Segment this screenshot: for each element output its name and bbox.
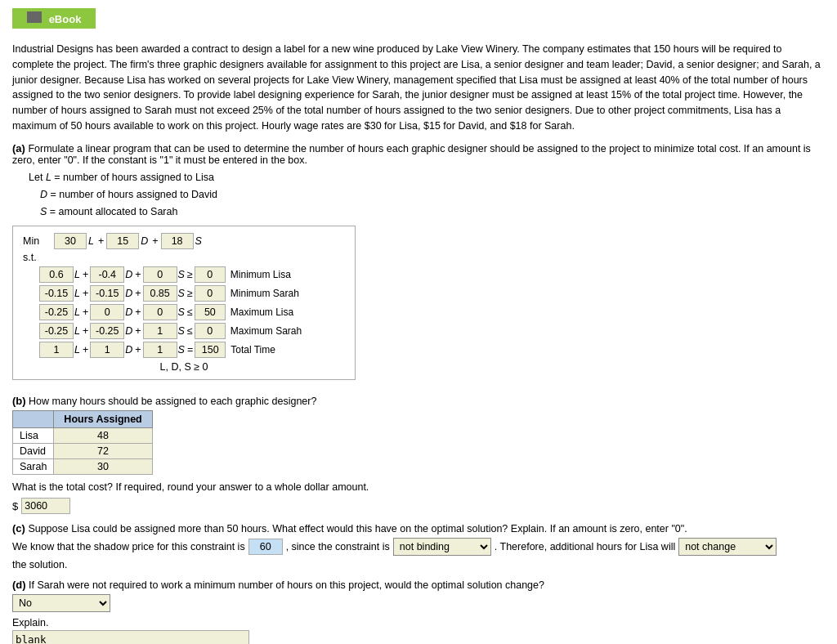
var-d-def: D = number of hours assigned to David (29, 186, 825, 203)
let-label: Let L = number of hours assigned to Lisa (29, 169, 825, 186)
hours-input[interactable] (87, 430, 119, 441)
c3-coef-s[interactable] (143, 304, 177, 320)
table-row: Lisa (13, 428, 153, 444)
constraint-rows: L + D + S ≥ Minimum Lisa L + D + S (39, 266, 345, 358)
c2-coef-l[interactable] (39, 285, 74, 302)
part-a-instruction: (a) Formulate a linear program that can … (12, 142, 825, 166)
hours-assigned-table: Hours Assigned LisaDavidSarah (12, 410, 153, 475)
hours-input[interactable] (87, 461, 119, 472)
c5-rhs[interactable] (195, 342, 226, 358)
c4-coef-l[interactable] (39, 323, 74, 339)
nonneg-constraint: L, D, S ≥ 0 (23, 361, 345, 373)
c1-desc: Minimum Lisa (231, 269, 291, 280)
explain-textarea[interactable]: blank (12, 630, 249, 644)
cost-question-row: What is the total cost? If required, rou… (12, 481, 825, 493)
part-d-question: (d) If Sarah were not required to work a… (12, 579, 825, 591)
constraint-row-3: L + D + S ≤ Maximum Lisa (39, 304, 345, 320)
part-b-section: (b) How many hours should be assigned to… (12, 395, 825, 514)
c2-desc: Minimum Sarah (231, 288, 299, 299)
part-c-text3: . Therefore, additional hours for Lisa w… (495, 541, 675, 552)
part-a-section: (a) Formulate a linear program that can … (12, 142, 825, 387)
variable-definitions: Let L = number of hours assigned to Lisa… (29, 169, 825, 221)
ebook-section: eBook (12, 8, 825, 35)
c2-coef-d[interactable] (90, 285, 124, 302)
c4-coef-d[interactable] (90, 323, 124, 339)
cost-question-text: What is the total cost? If required, rou… (12, 481, 369, 493)
table-row: Sarah (13, 459, 153, 475)
part-a-label: (a) (12, 142, 25, 154)
c4-coef-s[interactable] (143, 323, 177, 339)
intro-paragraph: Industrial Designs has been awarded a co… (12, 42, 825, 134)
c3-coef-d[interactable] (90, 304, 124, 320)
st-label: s.t. (23, 252, 345, 263)
c5-coef-s[interactable] (143, 342, 177, 358)
c2-rhs[interactable] (195, 285, 226, 302)
constraint-row-2: L + D + S ≥ Minimum Sarah (39, 285, 345, 302)
var-s-def: S = amount allocated to Sarah (29, 203, 825, 221)
ebook-label: eBook (49, 13, 82, 25)
hours-value-cell[interactable] (54, 444, 152, 459)
constraint-row-5: L + D + S = Total Time (39, 342, 345, 358)
c5-coef-d[interactable] (90, 342, 124, 358)
part-d-answer-row: No Yes (12, 594, 825, 612)
c5-desc: Total Time (231, 344, 275, 356)
part-b-text: How many hours should be assigned to eac… (29, 396, 316, 407)
part-c-answer-row: We know that the shadow price for this c… (12, 538, 825, 570)
table-header-empty (13, 411, 54, 428)
part-c-text2: , since the constraint is (286, 541, 390, 552)
designer-name-cell: Lisa (13, 428, 54, 444)
intro-text: Industrial Designs has been awarded a co… (12, 43, 821, 132)
part-c-text1: We know that the shadow price for this c… (12, 541, 245, 552)
part-c-section: (c) Suppose Lisa could be assigned more … (12, 522, 825, 570)
c3-desc: Maximum Lisa (231, 306, 293, 318)
c1-coef-l[interactable] (39, 266, 74, 283)
shadow-price-input[interactable] (248, 539, 283, 555)
c3-coef-l[interactable] (39, 304, 74, 320)
explain-label: Explain. (12, 617, 825, 628)
ebook-button[interactable]: eBook (12, 8, 96, 29)
part-d-label: (d) (12, 579, 26, 591)
yes-no-select[interactable]: No Yes (12, 594, 110, 612)
c1-rhs[interactable] (195, 266, 226, 283)
c4-desc: Maximum Sarah (231, 325, 302, 337)
total-cost-row: $ (12, 498, 825, 514)
min-label: Min (23, 235, 54, 247)
change-select[interactable]: not change change (678, 538, 777, 556)
c2-coef-s[interactable] (143, 285, 177, 302)
part-b-question: (b) How many hours should be assigned to… (12, 395, 825, 407)
hours-value-cell[interactable] (54, 459, 152, 475)
obj-op2: + (152, 235, 158, 247)
binding-select[interactable]: not binding binding (393, 538, 491, 556)
part-b-label: (b) (12, 395, 26, 407)
c1-coef-d[interactable] (90, 266, 124, 283)
constraint-row-1: L + D + S ≥ Minimum Lisa (39, 266, 345, 283)
obj-sym-d: D (141, 235, 148, 247)
total-cost-input[interactable] (21, 498, 70, 514)
part-c-text4: the solution. (12, 559, 67, 570)
part-c-text: Suppose Lisa could be assigned more than… (28, 523, 687, 534)
c3-rhs[interactable] (195, 304, 226, 320)
obj-coef-s[interactable] (161, 233, 194, 249)
objective-row: Min L + D + S (23, 233, 345, 249)
table-header-hours: Hours Assigned (54, 411, 152, 428)
constraint-row-4: L + D + S ≤ Maximum Sarah (39, 323, 345, 339)
obj-op1: + (98, 235, 104, 247)
obj-coef-d[interactable] (106, 233, 139, 249)
book-icon (27, 11, 42, 23)
lp-formulation-box: Min L + D + S s.t. L + D + S ≥ (12, 226, 356, 380)
part-c-label: (c) (12, 522, 25, 534)
dollar-sign: $ (12, 500, 18, 512)
hours-input[interactable] (87, 445, 119, 457)
c5-coef-l[interactable] (39, 342, 74, 358)
obj-sym-s: S (195, 235, 202, 247)
obj-coef-l[interactable] (54, 233, 87, 249)
part-d-section: (d) If Sarah were not required to work a… (12, 579, 825, 644)
table-row: David (13, 444, 153, 459)
part-a-text: Formulate a linear program that can be u… (12, 143, 811, 166)
hours-value-cell[interactable] (54, 428, 152, 444)
designer-name-cell: Sarah (13, 459, 54, 475)
designer-name-cell: David (13, 444, 54, 459)
c4-rhs[interactable] (195, 323, 226, 339)
c1-coef-s[interactable] (143, 266, 177, 283)
explain-container: blank ◢ (12, 630, 249, 644)
